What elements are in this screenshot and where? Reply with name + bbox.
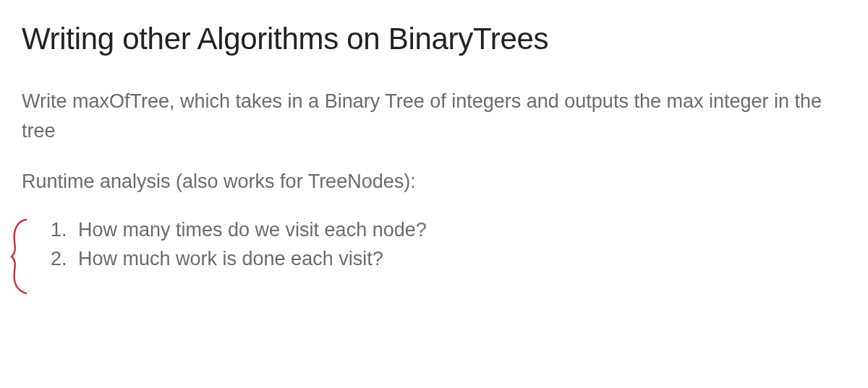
list-item: How much work is done each visit? [51,244,846,274]
handwritten-brace-icon [4,217,33,296]
subheading: Runtime analysis (also works for TreeNod… [22,167,846,197]
list-item: How many times do we visit each node? [51,215,846,245]
slide-title: Writing other Algorithms on BinaryTrees [22,22,846,56]
problem-statement: Write maxOfTree, which takes in a Binary… [22,87,846,145]
analysis-list: How many times do we visit each node? Ho… [22,215,846,274]
